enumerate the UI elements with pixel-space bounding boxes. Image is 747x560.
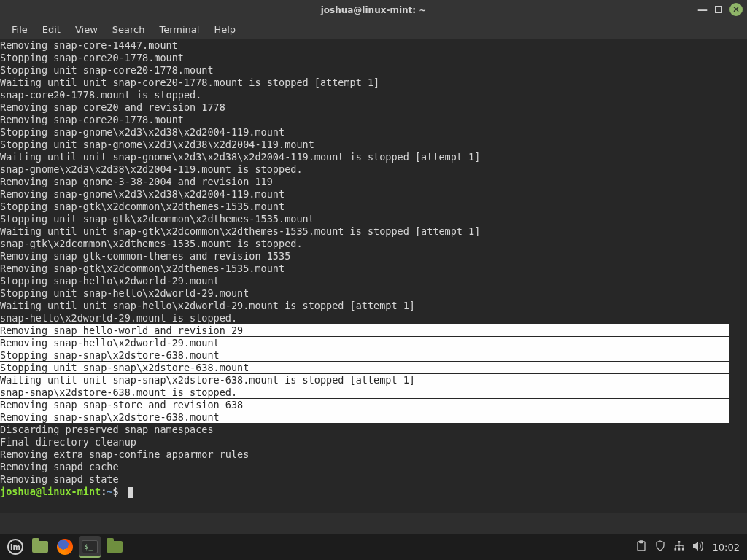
terminal-cursor (128, 487, 133, 498)
firefox-launcher[interactable] (54, 536, 76, 558)
terminal-line: Stopping snap-core20-1778.mount (0, 52, 747, 64)
clipboard-tray-icon[interactable] (635, 540, 647, 554)
terminal-line: Waiting until unit snap-gtk\x2dcommon\x2… (0, 225, 747, 238)
terminal-line: Stopping unit snap-hello\x2dworld-29.mou… (0, 287, 747, 300)
terminal-line-selected: Removing snap-snap\x2dstore-638.mount (0, 411, 747, 424)
taskbar-left: lm $_ (4, 536, 125, 558)
security-tray-icon[interactable] (654, 540, 666, 554)
volume-tray-icon[interactable] (692, 540, 705, 554)
svg-rect-6 (678, 542, 679, 545)
terminal-line: Stopping snap-gtk\x2dcommon\x2dthemes-15… (0, 201, 747, 213)
terminal-line: Stopping snap-hello\x2dworld-29.mount (0, 275, 747, 287)
terminal-line: Stopping snap-gnome\x2d3\x2d38\x2d2004-1… (0, 126, 747, 139)
terminal-line: Stopping unit snap-gtk\x2dcommon\x2dthem… (0, 213, 747, 225)
taskbar: lm $_ 10:02 (0, 534, 747, 560)
terminal-line-selected: Removing snap snap-store and revision 63… (0, 399, 747, 411)
terminal-line: Removing snap gtk-common-themes and revi… (0, 250, 747, 262)
network-tray-icon[interactable] (673, 540, 685, 554)
menubar: File Edit View Search Terminal Help (0, 20, 747, 39)
terminal-line-selected: snap-snap\x2dstore-638.mount is stopped. (0, 386, 747, 399)
terminal-line: Removing snap-core20-1778.mount (0, 114, 747, 126)
terminal-line: Removing snapd state (0, 473, 747, 486)
menu-search[interactable]: Search (105, 22, 152, 37)
files-launcher[interactable] (104, 536, 125, 558)
terminal-line-selected: Removing snap hello-world and revision 2… (0, 324, 747, 337)
menu-view[interactable]: View (68, 22, 105, 37)
terminal-line: snap-core20-1778.mount is stopped. (0, 89, 747, 101)
minimize-button[interactable]: — (697, 4, 708, 15)
start-menu-button[interactable]: lm (4, 536, 26, 558)
terminal-line-selected: Removing snap-hello\x2dworld-29.mount (0, 337, 747, 349)
terminal-line: snap-hello\x2dworld-29.mount is stopped. (0, 312, 747, 324)
svg-rect-8 (675, 545, 676, 549)
terminal-line: Removing snap-core-14447.mount (0, 39, 747, 52)
show-desktop-button[interactable] (29, 536, 51, 558)
terminal-launcher[interactable]: $_ (79, 536, 101, 558)
terminal-line: Removing extra snap-confine apparmor rul… (0, 448, 747, 461)
clock[interactable]: 10:02 (713, 542, 743, 553)
terminal-line: Removing snapd cache (0, 461, 747, 473)
svg-rect-2 (678, 541, 680, 543)
svg-rect-9 (678, 545, 679, 549)
terminal-line: Removing snap-gnome\x2d3\x2d38\x2d2004-1… (0, 188, 747, 201)
titlebar[interactable]: joshua@linux-mint: ~ — ✕ (0, 0, 747, 20)
close-button[interactable]: ✕ (729, 3, 743, 16)
menu-edit[interactable]: Edit (35, 22, 68, 37)
menu-terminal[interactable]: Terminal (152, 22, 206, 37)
window-controls: — ✕ (697, 3, 743, 16)
terminal-line: Discarding preserved snap namespaces (0, 424, 747, 436)
system-tray: 10:02 (635, 540, 743, 554)
desktop: joshua@linux-mint: ~ — ✕ File Edit View … (0, 0, 747, 560)
terminal-line-selected: Stopping snap-snap\x2dstore-638.mount (0, 349, 747, 362)
terminal-line: snap-gnome\x2d3\x2d38\x2d2004-119.mount … (0, 163, 747, 176)
terminal-window: joshua@linux-mint: ~ — ✕ File Edit View … (0, 0, 747, 513)
terminal-line: Stopping unit snap-core20-1778.mount (0, 64, 747, 77)
svg-rect-10 (682, 545, 683, 549)
window-title: joshua@linux-mint: ~ (321, 5, 427, 15)
terminal-line: Stopping unit snap-gnome\x2d3\x2d38\x2d2… (0, 139, 747, 151)
terminal-line: Removing snap gnome-3-38-2004 and revisi… (0, 176, 747, 188)
menu-file[interactable]: File (4, 22, 35, 37)
terminal-line: Removing snap core20 and revision 1778 (0, 101, 747, 114)
terminal-prompt[interactable]: joshua@linux-mint:~$ (0, 486, 747, 498)
menu-help[interactable]: Help (206, 22, 243, 37)
maximize-button[interactable] (715, 6, 722, 13)
terminal-line-selected: Stopping unit snap-snap\x2dstore-638.mou… (0, 362, 747, 374)
terminal-line: Waiting until unit snap-core20-1778.moun… (0, 77, 747, 89)
terminal-line: Waiting until unit snap-hello\x2dworld-2… (0, 300, 747, 312)
terminal-line: Final directory cleanup (0, 436, 747, 448)
terminal-line: Waiting until unit snap-gnome\x2d3\x2d38… (0, 151, 747, 163)
terminal-line: snap-gtk\x2dcommon\x2dthemes-1535.mount … (0, 238, 747, 250)
terminal-body[interactable]: Removing snap-core-14447.mountStopping s… (0, 39, 747, 513)
terminal-line-selected: Waiting until unit snap-snap\x2dstore-63… (0, 374, 747, 386)
terminal-line: Removing snap-gtk\x2dcommon\x2dthemes-15… (0, 262, 747, 275)
